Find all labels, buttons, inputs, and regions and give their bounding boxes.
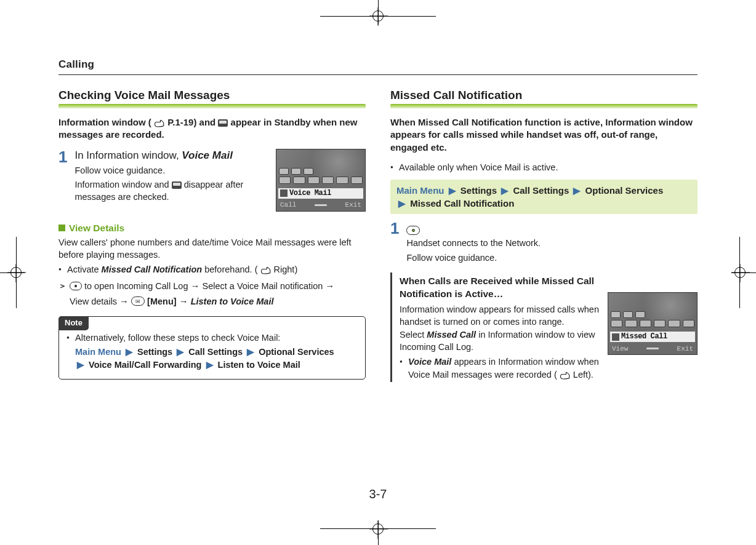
note-label: Note [58, 316, 89, 330]
text: Select a Voice Mail notification [202, 280, 323, 292]
phone-screenshot-missed-call: Missed Call View Exit [608, 292, 698, 355]
text: View details [70, 295, 117, 308]
chevron-right-icon: ▶ [177, 347, 184, 357]
bullet-item: Alternatively, follow these steps to che… [66, 332, 358, 344]
text: Left). [573, 370, 593, 380]
step-sub: Handset connects to the Network. [406, 237, 698, 250]
intro-text: When Missed Call Notification function i… [390, 116, 698, 154]
hand-pointer-icon [154, 119, 165, 127]
menu-item: Optional Services [259, 347, 334, 357]
nav-right-key-icon [70, 282, 82, 290]
chevron-right-icon: ▶ [398, 198, 406, 209]
registration-mark [372, 523, 384, 535]
phone-icon [612, 333, 619, 341]
sub-heading-view-details: View Details [58, 223, 366, 234]
procedure-line: to open Incoming Call Log → Select a Voi… [58, 279, 366, 308]
sub-heading-text: View Details [69, 223, 124, 234]
text: Information window and [74, 180, 171, 189]
section-underline [58, 104, 366, 109]
phone-softkeys: Call Exit [278, 201, 364, 210]
text: In Information window, [74, 149, 182, 161]
header-rule [58, 74, 698, 75]
arrow-icon: → [190, 279, 199, 292]
page: Calling Checking Voice Mail Messages Inf… [37, 34, 719, 511]
two-column-layout: Checking Voice Mail Messages Information… [58, 85, 698, 382]
text: Right) [274, 265, 298, 274]
section-underline [390, 104, 698, 109]
cassette-icon [280, 189, 288, 197]
text-bold: [Menu] [147, 295, 177, 308]
cassette-icon [218, 119, 228, 127]
text-bold: Voice Mail [182, 149, 233, 161]
phone-label: Voice Mail [278, 188, 363, 199]
text: Information window ( [58, 117, 151, 127]
arrow-icon: → [119, 295, 129, 308]
bullet-square-icon [58, 225, 65, 231]
text: beforehand. ( [204, 265, 257, 274]
menu-path-banner: Main Menu ▶ Settings ▶ Call Settings ▶ O… [390, 180, 698, 214]
text: Select [400, 330, 427, 340]
chevron-right-icon: ▶ [77, 360, 84, 370]
chevron-right-icon: ▶ [501, 185, 509, 196]
hand-pointer-icon [260, 266, 271, 274]
tip-box: Missed Call View Exit When Calls are Rec… [390, 272, 698, 382]
bullet-item: Available only when Voice Mail is active… [390, 161, 698, 173]
text: Activate [67, 265, 102, 274]
chevron-right-icon: ▶ [126, 347, 133, 357]
menu-item: Voice Mail/Call Forwarding [89, 360, 201, 370]
phone-label: Missed Call [610, 332, 695, 342]
arrow-icon: → [179, 295, 188, 308]
body-text: View callers' phone numbers and date/tim… [58, 236, 366, 261]
mail-key-icon: ✉ [131, 296, 145, 306]
registration-mark [372, 10, 384, 22]
softkey-center [646, 348, 659, 349]
softkey-left: View [612, 345, 628, 352]
step-line: In Information window, Voice Mail [74, 149, 270, 162]
menu-item: Main Menu [75, 347, 121, 357]
menu-item: Settings [460, 185, 497, 196]
right-column: Missed Call Notification When Missed Cal… [390, 85, 698, 382]
menu-item: Main Menu [396, 185, 444, 196]
chevron-right-icon: ▶ [573, 185, 581, 196]
note-box: Note Alternatively, follow these steps t… [58, 316, 366, 380]
section-header: Calling [58, 58, 698, 71]
text-bold: Listen to Voice Mail [191, 295, 274, 308]
step-number: 1 [390, 220, 399, 236]
text: Missed Call [621, 332, 667, 342]
step-sub: Information window and disappear after m… [74, 179, 270, 203]
softkey-center [315, 204, 327, 206]
phone-screenshot-voicemail: Voice Mail Call Exit [276, 149, 366, 212]
hand-pointer-icon [560, 371, 571, 380]
cassette-icon [172, 181, 182, 189]
text: to open Incoming Call Log [84, 280, 188, 292]
text-bold: Missed Call [427, 330, 476, 340]
text-bold: Missed Call Notification [102, 265, 203, 274]
step-sub: Follow voice guidance. [406, 252, 698, 265]
softkey-right: Exit [345, 201, 361, 209]
menu-item: Settings [137, 347, 172, 357]
step-line [406, 220, 698, 235]
softkey-right: Exit [677, 345, 693, 352]
registration-mark [734, 267, 746, 278]
phone-softkeys: View Exit [609, 344, 696, 353]
text-bold: Voice Mail [408, 357, 451, 367]
chevron-right-icon: ▶ [206, 360, 214, 370]
step-1: 1 In Information window, Voice Mail Foll… [58, 149, 270, 204]
step-sub: Follow voice guidance. [74, 165, 270, 177]
menu-item: Call Settings [513, 185, 569, 196]
text: Voice Mail [289, 188, 331, 199]
menu-path: Main Menu ▶ Settings ▶ Call Settings ▶ O… [66, 346, 358, 372]
registration-mark [10, 267, 22, 278]
bullet-item: Activate Missed Call Notification before… [58, 263, 366, 276]
section-title-missed-call: Missed Call Notification [390, 89, 698, 102]
step-number: 1 [58, 149, 67, 165]
nav-center-key-icon [406, 226, 420, 235]
section-title-voicemail: Checking Voice Mail Messages [58, 89, 366, 102]
left-column: Checking Voice Mail Messages Information… [58, 85, 366, 382]
page-number: 3-7 [37, 487, 719, 501]
chevron-right-icon: ▶ [449, 185, 456, 196]
menu-item: Call Settings [188, 347, 243, 357]
softkey-left: Call [280, 201, 296, 209]
menu-item: Missed Call Notification [410, 198, 514, 209]
step-1: 1 Handset connects to the Network. Follo… [390, 220, 698, 264]
